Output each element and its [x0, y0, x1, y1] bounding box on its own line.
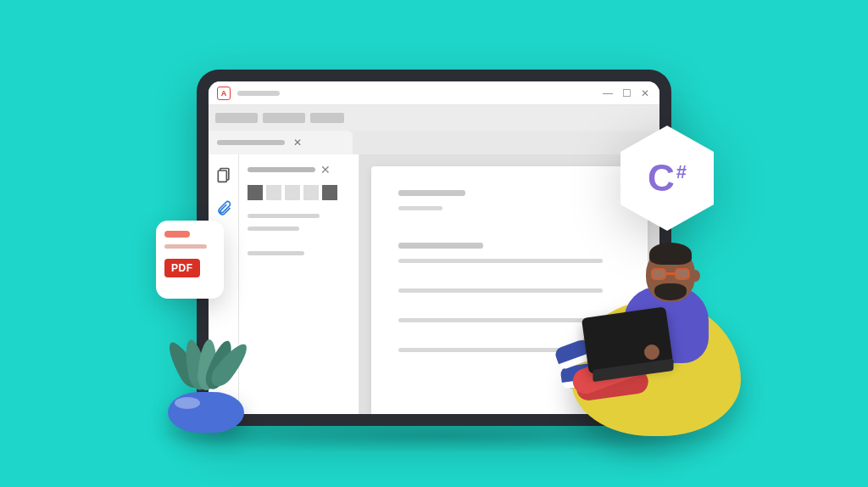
toolbar-item[interactable] — [263, 113, 305, 123]
attachment-icon[interactable] — [215, 200, 232, 221]
thumbnail[interactable] — [322, 185, 337, 200]
panel-line — [248, 214, 320, 218]
pdf-card-line — [164, 231, 190, 238]
pdf-file-card: PDF — [156, 221, 224, 299]
pdf-app-icon: A — [217, 87, 231, 100]
csharp-letter: C — [648, 160, 675, 197]
titlebar: A — ☐ ✕ — [209, 81, 659, 105]
thumbnail-row — [248, 185, 350, 200]
toolbar-item[interactable] — [310, 113, 344, 123]
pages-icon[interactable] — [215, 166, 232, 187]
tab-bar: ✕ — [209, 131, 659, 154]
thumbnail[interactable] — [285, 185, 300, 200]
doc-heading-placeholder — [398, 243, 483, 249]
title-placeholder — [237, 91, 280, 96]
thumbnail[interactable] — [266, 185, 281, 200]
pdf-badge: PDF — [164, 259, 200, 277]
person-illustration — [554, 216, 758, 436]
doc-heading-placeholder — [398, 190, 465, 196]
toolbar — [209, 105, 659, 131]
doc-text-placeholder — [398, 206, 442, 210]
laptop — [581, 306, 673, 373]
svg-rect-1 — [218, 171, 226, 182]
tab-label-placeholder — [217, 140, 285, 145]
pdf-card-line — [164, 244, 207, 249]
toolbar-item[interactable] — [215, 113, 258, 123]
maximize-button[interactable]: ☐ — [620, 87, 632, 99]
panel-title-placeholder — [248, 167, 315, 172]
panel-close-icon[interactable]: ✕ — [320, 163, 331, 176]
side-panel: ✕ — [239, 154, 359, 414]
thumbnail[interactable] — [303, 185, 319, 200]
panel-line — [248, 227, 299, 231]
plant-decoration — [159, 322, 253, 433]
tab-close-icon[interactable]: ✕ — [293, 137, 302, 148]
document-tab[interactable]: ✕ — [209, 131, 353, 154]
panel-line — [248, 251, 304, 255]
minimize-button[interactable]: — — [602, 87, 614, 99]
head — [646, 248, 695, 302]
thumbnail[interactable] — [248, 185, 263, 200]
close-button[interactable]: ✕ — [639, 87, 651, 99]
csharp-hash: # — [676, 163, 687, 182]
